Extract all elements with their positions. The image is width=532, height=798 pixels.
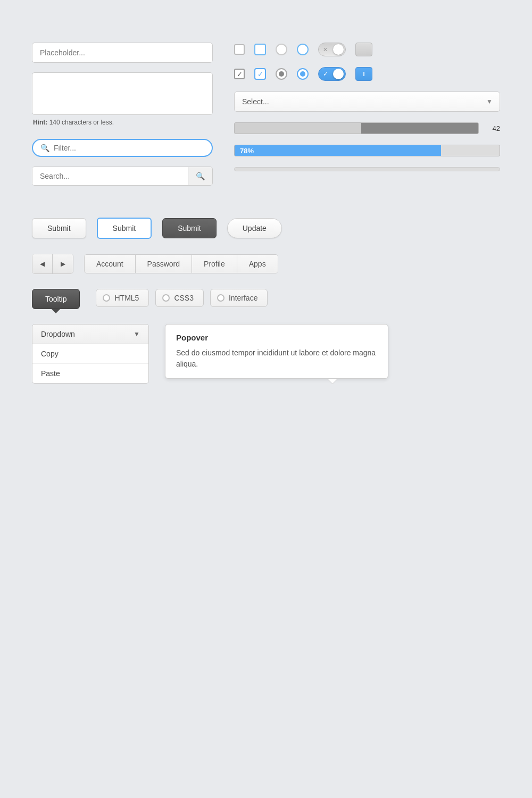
- dropdown-menu: Copy Paste: [32, 344, 149, 384]
- popover-box: Popover Sed do eiusmod tempor incididunt…: [165, 324, 388, 379]
- radio-dot-css3: [162, 294, 170, 302]
- buttons-row: Submit Submit Submit Update: [32, 218, 500, 239]
- checkbox-checked[interactable]: ✓: [234, 69, 245, 79]
- radio-btn-html5-label: HTML5: [114, 294, 139, 302]
- controls-row-checked: ✓ ✓ ✓ I: [234, 67, 500, 81]
- hint-label: Hint:: [33, 119, 47, 126]
- tab-profile[interactable]: Profile: [192, 255, 237, 273]
- submit-dark-button[interactable]: Submit: [162, 218, 217, 238]
- tab-account[interactable]: Account: [85, 255, 136, 273]
- slider-gray-wrap: 42: [234, 122, 500, 134]
- right-controls: ✕ ✓ ✓ ✓ I: [234, 43, 500, 186]
- tabs-wrap: Account Password Profile Apps: [84, 254, 278, 273]
- checkbox-unchecked[interactable]: [234, 44, 245, 55]
- popover-title: Popover: [176, 333, 377, 342]
- popover-arrow-icon: [327, 379, 338, 384]
- hint-text: 140 characters or less.: [47, 119, 114, 126]
- slider-blue-wrap: 78%: [234, 145, 500, 156]
- slider-gray[interactable]: [234, 122, 479, 134]
- checkbox-checked-blue[interactable]: ✓: [254, 68, 266, 80]
- popover-text: Sed do eiusmod tempor incididunt ut labo…: [176, 347, 377, 370]
- middle-section: Submit Submit Submit Update ◀ ▶ Account …: [32, 218, 500, 384]
- textarea-input[interactable]: [32, 72, 213, 115]
- radio-dot-html5: [103, 294, 110, 302]
- select-dropdown[interactable]: Select... Option 1 Option 2 Option 3: [234, 92, 500, 112]
- tab-apps[interactable]: Apps: [237, 255, 278, 273]
- checkbox-unchecked-blue[interactable]: [254, 44, 266, 55]
- radio-buttons-group: HTML5 CSS3 Interface: [96, 289, 268, 307]
- toggle-on-check-icon: ✓: [323, 70, 328, 78]
- dropdown-header[interactable]: Dropdown ▼: [32, 324, 149, 344]
- dropdown-item-paste[interactable]: Paste: [32, 363, 148, 383]
- radio-filled-blue[interactable]: [297, 68, 309, 80]
- radio-btn-css3-label: CSS3: [174, 294, 194, 302]
- textarea-hint: Hint: 140 characters or less.: [32, 119, 213, 129]
- page: Hint: 140 characters or less. 🔍 🔍: [0, 0, 532, 798]
- filter-wrap: 🔍: [32, 139, 213, 157]
- nav-row: ◀ ▶ Account Password Profile Apps: [32, 254, 500, 274]
- radio-btn-interface-label: Interface: [229, 294, 257, 302]
- toggle-on[interactable]: ✓: [318, 67, 346, 81]
- dropdown-label: Dropdown: [41, 330, 75, 338]
- top-section: Hint: 140 characters or less. 🔍 🔍: [32, 43, 500, 186]
- pagination-next-button[interactable]: ▶: [53, 254, 73, 273]
- radio-btn-html5[interactable]: HTML5: [96, 289, 149, 307]
- placeholder-input[interactable]: [32, 43, 213, 63]
- tab-password[interactable]: Password: [136, 255, 192, 273]
- dropdown-item-copy[interactable]: Copy: [32, 344, 148, 363]
- slider-thin-wrap: [234, 167, 500, 171]
- radio-btn-css3[interactable]: CSS3: [155, 289, 204, 307]
- search-wrap: 🔍: [32, 167, 213, 186]
- filter-search-icon: 🔍: [40, 144, 49, 152]
- popover-wrap: Popover Sed do eiusmod tempor incididunt…: [165, 324, 500, 379]
- submit-default-button[interactable]: Submit: [32, 218, 86, 238]
- radio-unchecked[interactable]: [276, 44, 287, 55]
- radio-btn-interface[interactable]: Interface: [210, 289, 268, 307]
- radio-unchecked-blue[interactable]: [297, 44, 309, 55]
- tooltip-wrap: Tooltip: [32, 289, 80, 309]
- tooltip-arrow-icon: [52, 309, 60, 313]
- pagination-prev-button[interactable]: ◀: [32, 254, 53, 273]
- submit-outline-button[interactable]: Submit: [97, 218, 152, 239]
- tooltip-button[interactable]: Tooltip: [32, 289, 80, 309]
- update-pill-button[interactable]: Update: [227, 218, 282, 238]
- toggle-off[interactable]: ✕: [318, 43, 346, 56]
- search-button[interactable]: 🔍: [188, 167, 212, 185]
- tooltip-row: Tooltip HTML5 CSS3 Interface: [32, 289, 500, 309]
- radio-filled-inner: [279, 71, 284, 77]
- dropdown-arrow-button[interactable]: ▼: [134, 330, 140, 338]
- toggle-gray-btn[interactable]: [355, 43, 372, 56]
- select-wrap: Select... Option 1 Option 2 Option 3 ▼: [234, 92, 500, 112]
- toggle-x-icon: ✕: [323, 46, 328, 53]
- radio-dot-interface: [217, 294, 225, 302]
- slider-gray-value: 42: [484, 124, 500, 132]
- slider-thin[interactable]: [234, 167, 500, 171]
- radio-filled-blue-inner: [300, 71, 305, 77]
- dropdown-wrap: Dropdown ▼ Copy Paste: [32, 324, 149, 384]
- radio-filled[interactable]: [276, 68, 287, 80]
- dropdown-popover-row: Dropdown ▼ Copy Paste Popover Sed do eiu…: [32, 324, 500, 384]
- toggle-blue-btn[interactable]: I: [355, 67, 372, 81]
- pagination-wrap: ◀ ▶: [32, 254, 73, 274]
- controls-row-unchecked: ✕: [234, 43, 500, 56]
- slider-blue[interactable]: 78%: [234, 145, 500, 156]
- search-input[interactable]: [32, 167, 188, 185]
- left-controls: Hint: 140 characters or less. 🔍 🔍: [32, 43, 213, 186]
- textarea-wrap: Hint: 140 characters or less.: [32, 72, 213, 129]
- slider-blue-label: 78%: [240, 147, 254, 155]
- filter-input[interactable]: [54, 144, 204, 152]
